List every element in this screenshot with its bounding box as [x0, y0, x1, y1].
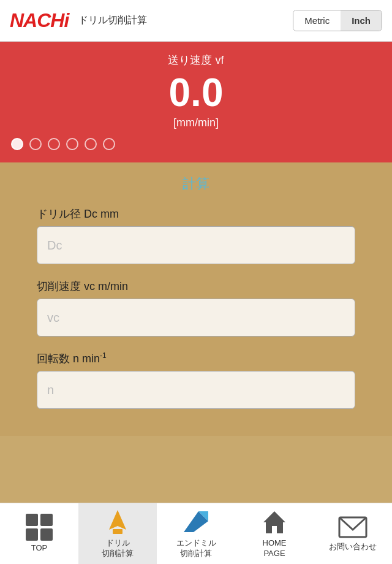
logo: NACHi: [10, 9, 69, 32]
nav-endmill[interactable]: エンドミル切削計算: [157, 503, 235, 564]
nav-drill-label: ドリル切削計算: [102, 538, 134, 559]
home-icon: [261, 509, 288, 536]
cutting-speed-input[interactable]: [37, 299, 355, 337]
result-label: 送り速度 vf: [0, 53, 392, 67]
dot-6[interactable]: [103, 138, 115, 150]
calc-section: 計算 ドリル径 Dc mm 切削速度 vc m/min 回転数 n min-1: [0, 162, 392, 436]
mail-icon: [338, 515, 368, 539]
rotation-speed-label: 回転数 n min-1: [37, 351, 355, 366]
cutting-speed-label: 切削速度 vc m/min: [37, 279, 355, 294]
result-value: 0.0: [0, 71, 392, 114]
nav-top[interactable]: TOP: [0, 503, 78, 564]
svg-marker-0: [109, 510, 126, 530]
drill-icon: [103, 509, 132, 536]
metric-button[interactable]: Metric: [293, 10, 341, 31]
dot-5[interactable]: [85, 138, 97, 150]
drill-diameter-label: ドリル径 Dc mm: [37, 207, 355, 221]
rotation-speed-group: 回転数 n min-1: [37, 351, 355, 409]
svg-rect-1: [113, 529, 123, 534]
dot-2[interactable]: [29, 138, 42, 150]
bottom-nav: TOP ドリル切削計算 エンドミル切削計算 HOMEPAGE: [0, 503, 392, 564]
nav-top-label: TOP: [31, 543, 48, 554]
content-area: 送り速度 vf 0.0 [mm/min] 計算 ドリル径 Dc mm 切削速度 …: [0, 42, 392, 503]
dots-row: [0, 138, 392, 156]
svg-marker-4: [263, 511, 285, 533]
nav-drill[interactable]: ドリル切削計算: [78, 503, 157, 564]
header-left: NACHi ドリル切削計算: [10, 9, 147, 32]
nav-homepage-label: HOMEPAGE: [263, 538, 287, 559]
cutting-speed-group: 切削速度 vc m/min: [37, 279, 355, 337]
drill-diameter-input[interactable]: [37, 226, 355, 264]
dot-1[interactable]: [11, 138, 23, 150]
inch-button[interactable]: Inch: [341, 10, 382, 31]
nav-contact-label: お問い合わせ: [329, 542, 377, 552]
unit-toggle: Metric Inch: [293, 10, 382, 31]
nav-contact[interactable]: お問い合わせ: [314, 503, 392, 564]
result-panel: 送り速度 vf 0.0 [mm/min]: [0, 42, 392, 162]
app-title: ドリル切削計算: [78, 14, 147, 27]
header: NACHi ドリル切削計算 Metric Inch: [0, 0, 392, 42]
rotation-speed-input[interactable]: [37, 371, 355, 409]
nav-homepage[interactable]: HOMEPAGE: [235, 503, 314, 564]
dot-4[interactable]: [66, 138, 78, 150]
result-unit: [mm/min]: [0, 116, 392, 129]
calc-title: 計算: [37, 175, 355, 193]
drill-diameter-group: ドリル径 Dc mm: [37, 207, 355, 264]
grid-icon: [26, 514, 53, 541]
nav-endmill-label: エンドミル切削計算: [176, 538, 216, 559]
dot-3[interactable]: [48, 138, 60, 150]
endmill-icon: [181, 509, 211, 536]
